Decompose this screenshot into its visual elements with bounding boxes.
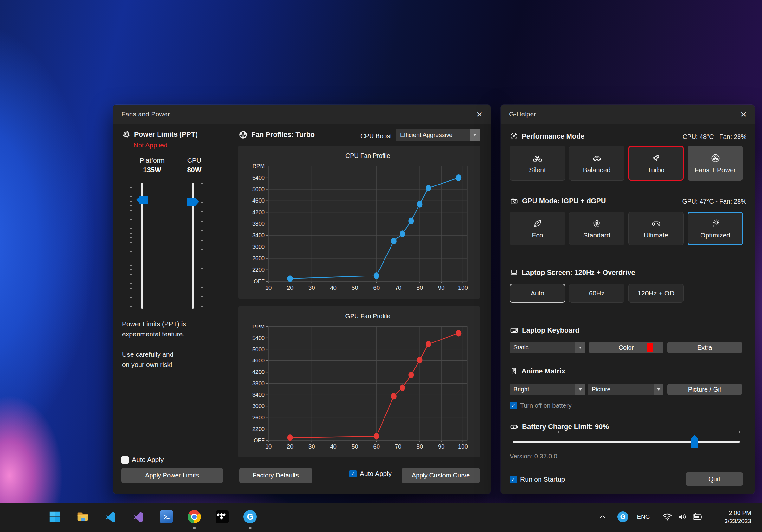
svg-text:90: 90 (438, 284, 445, 291)
language-indicator[interactable]: ENG (634, 509, 653, 524)
svg-text:40: 40 (330, 443, 337, 450)
gpu-tile-standard[interactable]: Standard (569, 212, 624, 245)
version-link[interactable]: Version: 0.37.0.0 (510, 453, 557, 460)
cpu-fan-chart[interactable]: 102030405060708090100RPM5400500046004200… (238, 146, 480, 299)
battery-slider-thumb[interactable] (691, 435, 698, 448)
run-on-startup-checkbox[interactable]: ✓ (510, 476, 517, 483)
svg-text:3400: 3400 (252, 392, 265, 398)
fans-window-titlebar[interactable]: Fans and Power × (113, 105, 491, 124)
platform-slider-thumb[interactable] (136, 196, 148, 204)
tray-time: 2:00 PM (724, 509, 751, 517)
ghelper-tray-icon[interactable]: G (616, 509, 630, 524)
gpu-tile-ultimate[interactable]: Ultimate (628, 212, 684, 245)
perf-tile-balanced[interactable]: Balanced (569, 146, 624, 181)
screen-button-auto[interactable]: Auto (510, 284, 565, 303)
cpu-slider-thumb[interactable] (187, 198, 199, 206)
screen-button-120hz-od[interactable]: 120Hz + OD (628, 284, 684, 303)
anime-mode-dropdown[interactable]: Picture (588, 384, 663, 395)
close-icon[interactable]: × (740, 109, 746, 119)
platform-label: Platform (132, 157, 172, 164)
curve-auto-apply-checkbox[interactable]: ✓ (349, 470, 356, 478)
speaker-icon (677, 512, 688, 522)
svg-text:4600: 4600 (252, 197, 265, 204)
windows-logo-icon (48, 510, 61, 523)
cpu-power-slider[interactable] (177, 181, 211, 311)
fans-and-power-window: Fans and Power × Power Limits (PPT) Not … (113, 105, 491, 494)
gpu-mode-header: GPU Mode: iGPU + dGPU (510, 196, 606, 205)
ghelper-taskbar-button[interactable]: G (243, 509, 258, 524)
platform-value: 135W (132, 166, 172, 174)
cpu-value: 80W (174, 166, 214, 174)
bicycle-icon (533, 153, 543, 163)
clock[interactable]: 2:00 PM 3/23/2023 (724, 509, 751, 525)
powershell-icon (160, 510, 173, 523)
svg-text:3800: 3800 (252, 221, 265, 227)
battery-charge-limit-header: Battery Charge Limit: 90% (510, 422, 609, 431)
volume-tray-icon[interactable] (675, 509, 690, 524)
leaf-icon (533, 218, 543, 229)
cpu-temp-status: CPU: 48°C - Fan: 28% (683, 133, 746, 140)
chevron-down-icon[interactable] (575, 384, 585, 395)
gpu-tile-optimized[interactable]: Optimized (688, 212, 743, 245)
tidal-button[interactable] (215, 509, 229, 524)
chevron-up-icon (598, 513, 607, 521)
factory-defaults-button[interactable]: Factory Defaults (239, 468, 312, 483)
visual-studio-button[interactable] (131, 509, 146, 524)
cpu-fan-chart-panel[interactable]: 102030405060708090100RPM5400500046004200… (238, 146, 480, 299)
keyboard-color-button[interactable]: Color (589, 342, 663, 353)
tray-chevron-up[interactable] (595, 509, 610, 524)
perf-tile-turbo[interactable]: Turbo (628, 146, 684, 181)
svg-text:30: 30 (308, 284, 315, 291)
svg-text:GPU Fan Profile: GPU Fan Profile (345, 313, 391, 320)
anime-picture-gif-button[interactable]: Picture / Gif (667, 384, 742, 395)
svg-text:3000: 3000 (252, 403, 265, 409)
quit-button[interactable]: Quit (686, 472, 743, 486)
power-auto-apply-row: Auto Apply (121, 456, 164, 464)
ghelper-titlebar[interactable]: G-Helper × (501, 105, 755, 124)
cpu-boost-dropdown[interactable]: Efficient Aggressive (396, 129, 480, 141)
terminal-button[interactable] (159, 509, 174, 524)
anime-brightness-dropdown[interactable]: Bright (510, 384, 585, 395)
battery-tray-icon[interactable] (690, 509, 705, 524)
battery-charge-limit-title: Battery Charge Limit: 90% (522, 422, 609, 431)
tile-label: Turbo (647, 166, 664, 174)
chevron-down-icon[interactable] (470, 129, 480, 141)
car-icon (591, 153, 602, 163)
svg-text:2600: 2600 (252, 415, 265, 421)
perf-tile-fans-power[interactable]: Fans + Power (688, 146, 743, 181)
wifi-tray-icon[interactable] (660, 509, 674, 524)
file-explorer-button[interactable] (75, 509, 90, 524)
platform-power-slider[interactable] (126, 181, 161, 311)
vscode-button[interactable] (103, 509, 118, 524)
svg-text:2200: 2200 (252, 266, 265, 273)
screen-button-60hz[interactable]: 60Hz (569, 284, 624, 303)
battery-slider-track[interactable] (513, 441, 740, 443)
tile-label: Balanced (583, 166, 611, 174)
keyboard-mode-dropdown[interactable]: Static (510, 342, 585, 353)
power-auto-apply-checkbox[interactable] (121, 456, 129, 464)
gpu-fan-chart-panel[interactable]: 102030405060708090100RPM5400500046004200… (238, 306, 480, 458)
apply-custom-curve-button[interactable]: Apply Custom Curve (402, 468, 480, 483)
vscode-icon (105, 511, 116, 523)
chrome-button[interactable] (187, 509, 201, 524)
tile-label: Standard (583, 231, 610, 239)
keyboard-extra-button[interactable]: Extra (667, 342, 742, 353)
svg-text:10: 10 (265, 443, 272, 450)
gpu-fan-chart[interactable]: 102030405060708090100RPM5400500046004200… (238, 306, 480, 458)
running-indicator (193, 527, 196, 528)
folder-icon (76, 510, 89, 523)
svg-text:5400: 5400 (252, 335, 265, 341)
svg-text:80: 80 (417, 284, 423, 291)
svg-text:30: 30 (308, 443, 315, 450)
close-icon[interactable]: × (476, 109, 483, 119)
power-limits-note-1: Power Limits (PPT) is experimental featu… (122, 319, 186, 339)
power-limits-header: Power Limits (PPT) (122, 130, 197, 138)
perf-tile-silent[interactable]: Silent (510, 146, 565, 181)
turn-off-on-battery-checkbox[interactable]: ✓ (510, 402, 517, 409)
chevron-down-icon[interactable] (653, 384, 663, 395)
apply-power-limits-button[interactable]: Apply Power Limits (121, 468, 223, 483)
gpu-tile-eco[interactable]: Eco (510, 212, 565, 245)
start-button[interactable] (47, 509, 62, 524)
chevron-down-icon[interactable] (575, 342, 585, 353)
tile-label: Silent (529, 166, 546, 174)
